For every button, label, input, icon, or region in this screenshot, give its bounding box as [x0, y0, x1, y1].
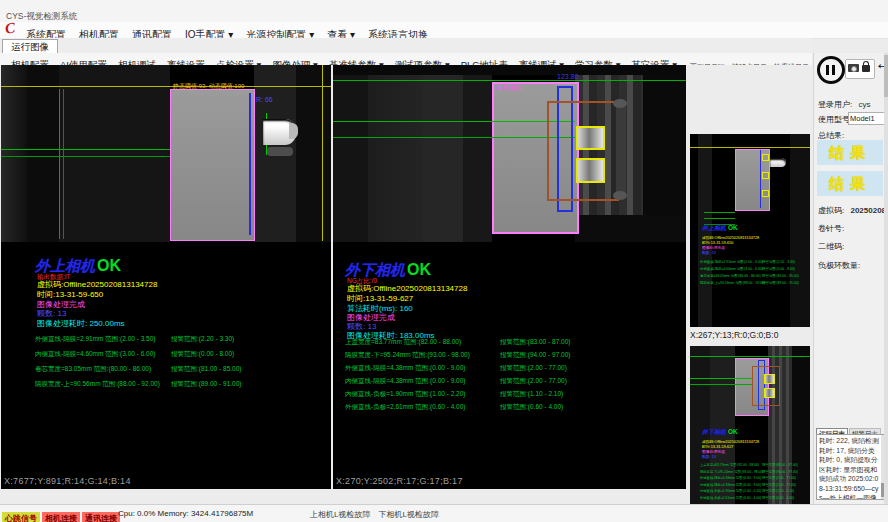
- model-input[interactable]: [848, 112, 888, 125]
- alarm-range: 报警范围:(0.00 - 8.00): [762, 267, 795, 271]
- alarm-range: 报警范围:(89.00 - 91.00): [762, 281, 799, 285]
- menu-bar: C 系统配置相机配置通讯配置IO手配置 ▾光源控制配置 ▾查看 ▾系统语言切换: [0, 22, 888, 39]
- measurement-value: 上盖宽度=83.77mm 范围:(82.00 - 88.00): [700, 463, 759, 467]
- alarm-range: 报警范围:(81.00 - 85.00): [762, 274, 799, 278]
- connector-shadow: [267, 147, 293, 156]
- result-status: OK: [97, 257, 121, 274]
- image-band: [790, 134, 810, 327]
- green-guide-line: [63, 89, 64, 239]
- result-badge-2: 结果: [817, 171, 883, 196]
- image-band: [575, 215, 686, 242]
- measurement-value: 隔膜宽度-上=90.56mm 范围:(88.00 - 92.00): [35, 380, 160, 389]
- control-panel: ← 登录用户: cys 使用型号: 总结果: 结果 结果 虚拟码: 202502…: [813, 53, 888, 504]
- virtual-code-label: 虚拟码:: [818, 206, 844, 215]
- alarm-range: 报警范围:(1.10 - 2.10): [500, 390, 563, 399]
- measurement-value: 内侧直线-隔膜=4.60mm 范围:(3.00 - 6.00): [35, 350, 155, 359]
- status-badges: 心跳信号相机连接通讯连接: [2, 507, 122, 522]
- mini-view-lower[interactable]: 外下相机OK 虚拟码:Offline2025020813134728 时间:13…: [690, 346, 810, 522]
- app-window: CYS-视觉检测系统 C 系统配置相机配置通讯配置IO手配置 ▾光源控制配置 ▾…: [0, 0, 888, 522]
- green-guide-line: [690, 384, 752, 385]
- defect-highlight-rect: [762, 190, 769, 197]
- alarm-range: 报警范围:(89.00 - 91.00): [171, 380, 241, 389]
- login-user-row: 登录用户: cys: [818, 99, 870, 110]
- alarm-range: 报警范围:(2.00 - 77.00): [762, 483, 796, 487]
- machine-knob: [613, 99, 627, 108]
- mini-view-upper[interactable]: 外上相机OK 虚拟码:Offline2025020813134728 时间:13…: [690, 134, 810, 327]
- green-guide-line: [333, 80, 686, 81]
- camera-name: 外上相机: [35, 257, 95, 274]
- alarm-range: 报警范围:(0.60 - 4.00): [500, 403, 563, 412]
- image-band: [368, 65, 423, 242]
- camera-view-upper[interactable]: 静态阈值:93, 动态阈值:100 R: 66 外上相机OK 输出数据:IT 虚…: [1, 65, 331, 489]
- camera-icon[interactable]: [848, 64, 859, 72]
- r-value-label: R: 66: [256, 96, 273, 103]
- log-text: 耗时: 222, 疵陷检测耗时: 17, 疵陷分类耗时: 0, 疵陷提取分区耗时…: [819, 436, 879, 500]
- lock-icon[interactable]: [862, 65, 870, 72]
- alarm-range: 报警范围:(1.10 - 2.10): [762, 489, 794, 493]
- green-guide-line: [1, 156, 170, 157]
- brown-roi-rect: [752, 366, 780, 406]
- green-guide-line: [704, 218, 735, 219]
- camera-tools-group: [845, 59, 875, 79]
- result-title: 外下相机OK: [702, 428, 738, 437]
- specimen-roi: [170, 89, 255, 241]
- blue-measure-line: [760, 150, 761, 208]
- result-count: 颗数: 13: [702, 250, 716, 255]
- measurement-value: 卷芯宽度=83.05mm 范围:(80.00 - 86.00): [35, 365, 151, 374]
- green-guide-line: [59, 89, 60, 239]
- measurement-value: 隔膜宽度-下=95.24mm 范围:(93.00 - 98.00): [700, 470, 763, 474]
- title-bar: CYS-视觉检测系统: [0, 0, 888, 22]
- measurement-value: 外侧直线-隔膜=4.38mm 范围:(0.00 - 9.00): [700, 476, 761, 480]
- yellow-guide-line: [322, 65, 323, 241]
- defect-highlight-rect: [576, 158, 605, 183]
- image-band: [296, 65, 331, 242]
- pause-button[interactable]: [817, 56, 845, 84]
- measurement-value: 外侧直线-隔膜=2.91mm 范围:(2.00 - 3.50): [35, 335, 155, 344]
- image-band: [463, 65, 492, 242]
- blue-measure-line: [249, 93, 251, 235]
- panel-scrollbar[interactable]: [884, 53, 888, 504]
- defect-highlight-rect: [576, 126, 605, 150]
- measurement-value: 内侧直线-隔膜=4.38mm 范围:(0.00 - 9.00): [700, 483, 761, 487]
- image-band: [27, 65, 59, 242]
- measurement-value: 上盖宽度=83.77mm 范围:(82.00 - 88.00): [345, 338, 461, 347]
- status-badge: 心跳信号: [2, 512, 40, 522]
- pin-number-label: 卷针号:: [818, 223, 844, 234]
- alarm-range: 报警范围:(94.00 - 97.00): [500, 351, 570, 360]
- tab-row: 运行图像: [0, 38, 812, 54]
- image-band: [333, 65, 686, 75]
- virtual-code-row: 虚拟码: 20250208: [818, 205, 886, 216]
- log-box[interactable]: 耗时: 222, 疵陷检测耗时: 17, 疵陷分类耗时: 0, 疵陷提取分区耗时…: [816, 434, 885, 500]
- defect-highlight-rect: [762, 172, 769, 179]
- measurement-value: 内侧直线-隔膜=4.38mm 范围:(0.00 - 9.00): [345, 377, 465, 386]
- camera-view-lower[interactable]: AI检测区 123.80 外下相机OK NG占比:/0 虚拟码:Offline2…: [333, 65, 686, 489]
- alarm-range: 报警范围:(2.00 - 77.00): [762, 476, 796, 480]
- result-elapsed: 图像处理耗时: 250.00ms: [37, 318, 125, 329]
- measurement-value: 内侧直线-负极=1.90mm 范围:(1.00 - 2.20): [345, 390, 465, 399]
- green-guide-line: [690, 378, 752, 379]
- camera-name: 外上相机: [702, 225, 726, 231]
- ai-region-label: AI检测区: [496, 84, 522, 93]
- measurement-value: 隔膜宽度-下=95.24mm 范围:(93.00 - 98.00): [345, 351, 470, 360]
- defect-highlight-rect: [762, 154, 769, 161]
- qr-code-label: 二维码:: [818, 241, 844, 252]
- main-area: 静态阈值:93, 动态阈值:100 R: 66 外上相机OK 输出数据:IT 虚…: [0, 65, 812, 489]
- yellow-guide-line: [1, 86, 331, 87]
- measurement-value: 外侧直线-隔膜=4.38mm 范围:(0.00 - 9.00): [345, 364, 465, 373]
- measurement-value: 内侧直线-隔膜=4.60mm 范围:(3.00 - 6.00): [700, 267, 763, 271]
- camera-name: 外下相机: [345, 261, 405, 278]
- yellow-guide-line: [690, 147, 810, 148]
- camera-alert-text: 上相机L视检故障 下相机L视检故障: [310, 509, 439, 520]
- pixel-caption: X:267;Y:13;R:0;G:0;B:0: [690, 330, 778, 340]
- login-user-label: 登录用户:: [818, 100, 852, 109]
- alarm-range: 报警范围:(2.00 - 77.00): [500, 377, 567, 386]
- login-user-value: cys: [858, 100, 870, 109]
- status-bar: 心跳信号相机连接通讯连接 Cpu: 0.0% Memory: 3424.4179…: [0, 504, 888, 522]
- alarm-range: 报警范围:(81.00 - 85.00): [171, 365, 241, 374]
- result-status: OK: [407, 261, 431, 278]
- image-band: [333, 65, 368, 242]
- result-badge-1: 结果: [817, 140, 883, 165]
- alarm-range: 报警范围:(2.20 - 3.30): [171, 335, 234, 344]
- result-count: 颗数: 13: [702, 454, 716, 459]
- alarm-range: 报警范围:(83.00 - 87.00): [762, 463, 798, 467]
